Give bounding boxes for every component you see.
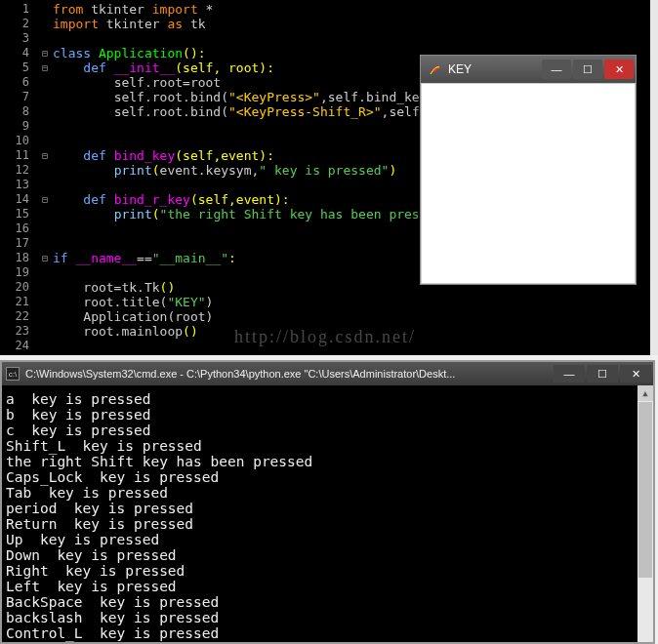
- cmd-title-text: C:\Windows\System32\cmd.exe - C:\Python3…: [25, 368, 455, 380]
- cmd-maximize-button[interactable]: ☐: [587, 365, 618, 382]
- cmd-minimize-button[interactable]: —: [554, 365, 585, 382]
- editor-right-edge: [650, 0, 658, 355]
- tkinter-client-area[interactable]: [421, 83, 636, 284]
- code-line: root.title("KEY"): [53, 295, 650, 309]
- minimize-button[interactable]: —: [542, 60, 571, 79]
- code-line: from tkinter import *: [53, 2, 650, 17]
- maximize-button[interactable]: ☐: [573, 60, 602, 79]
- cmd-icon: c:\: [6, 367, 20, 381]
- code-line: [53, 31, 650, 46]
- close-button[interactable]: ✕: [604, 60, 634, 79]
- scroll-up-icon[interactable]: ▲: [637, 385, 653, 401]
- line-number-gutter: 123456789101112131415161718192021222324: [0, 0, 37, 355]
- cmd-titlebar[interactable]: c:\ C:\Windows\System32\cmd.exe - C:\Pyt…: [2, 362, 653, 385]
- tkinter-window[interactable]: KEY — ☐ ✕: [420, 55, 637, 285]
- cmd-scrollbar[interactable]: ▲: [637, 385, 653, 642]
- watermark: http://blog.csdn.net/: [234, 327, 416, 347]
- tkinter-titlebar[interactable]: KEY — ☐ ✕: [421, 56, 636, 83]
- scroll-thumb[interactable]: [638, 402, 652, 578]
- cmd-output[interactable]: a key is pressed b key is pressed c key …: [2, 385, 653, 641]
- code-line: Application(root): [53, 309, 650, 324]
- code-line: import tkinter as tk: [53, 17, 650, 31]
- tkinter-title: KEY: [448, 62, 472, 76]
- cmd-window[interactable]: c:\ C:\Windows\System32\cmd.exe - C:\Pyt…: [0, 360, 655, 644]
- tk-feather-icon: [429, 62, 442, 76]
- cmd-close-button[interactable]: ✕: [620, 365, 651, 382]
- fold-column: ⊟⊟⊟⊟⊟: [37, 0, 53, 355]
